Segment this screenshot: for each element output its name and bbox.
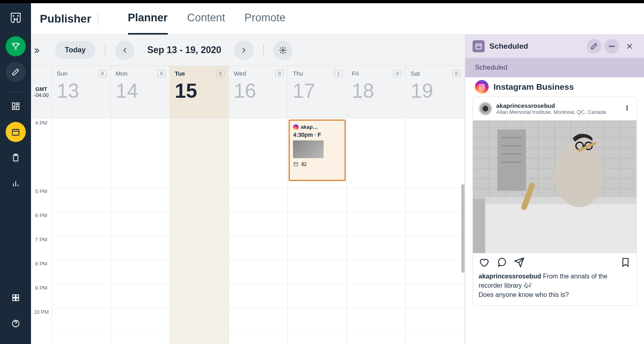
day-column[interactable]: Sun 0 13: [52, 66, 111, 344]
day-column[interactable]: Tue 0 15: [170, 66, 229, 344]
svg-rect-12: [16, 298, 18, 301]
svg-rect-6: [12, 130, 19, 136]
today-button[interactable]: Today: [55, 41, 95, 59]
day-column[interactable]: Fri 0 18: [347, 66, 406, 344]
share-icon[interactable]: [514, 257, 524, 268]
hour-cell[interactable]: [52, 118, 111, 188]
hour-cell[interactable]: [111, 285, 170, 309]
nav-clipboard-button[interactable]: [6, 148, 26, 168]
hour-cell[interactable]: [111, 261, 170, 285]
more-options-button[interactable]: [605, 39, 619, 54]
hour-cell[interactable]: [347, 309, 406, 333]
day-body[interactable]: [347, 118, 406, 344]
svg-point-23: [613, 46, 615, 47]
hour-cell[interactable]: [347, 212, 406, 237]
hour-cell[interactable]: [288, 212, 347, 237]
day-column[interactable]: Thu 1 17 akap… 4:30pm · F: [288, 66, 347, 344]
nav-help-button[interactable]: [6, 313, 26, 334]
hour-cell[interactable]: [111, 237, 170, 261]
day-number: 14: [116, 79, 165, 103]
hour-cell[interactable]: [406, 118, 464, 188]
next-week-button[interactable]: [234, 41, 254, 60]
hour-cell[interactable]: [111, 309, 170, 333]
hour-cell[interactable]: [347, 261, 406, 285]
edit-post-button[interactable]: [587, 39, 601, 54]
hour-cell[interactable]: [170, 261, 229, 285]
nav-trophy-button[interactable]: [6, 36, 26, 56]
nav-streams-button[interactable]: [6, 96, 26, 116]
hour-cell[interactable]: [170, 212, 229, 237]
prev-week-button[interactable]: [115, 41, 134, 60]
hour-cell[interactable]: [52, 309, 111, 333]
hour-cell[interactable]: [52, 261, 111, 285]
hour-cell[interactable]: [52, 188, 111, 212]
post-more-button[interactable]: [623, 104, 631, 113]
day-body[interactable]: [170, 118, 229, 344]
calendar-scrollbar[interactable]: [461, 184, 464, 273]
hour-cell[interactable]: [406, 285, 464, 309]
nav-apps-button[interactable]: [6, 288, 26, 308]
tab-content[interactable]: Content: [187, 3, 225, 35]
day-column[interactable]: Wed 0 16: [229, 66, 288, 344]
hour-cell[interactable]: [229, 212, 288, 237]
day-body[interactable]: [52, 118, 111, 344]
calendar-icon: [473, 40, 485, 52]
tab-promote[interactable]: Promote: [244, 3, 285, 35]
hour-cell[interactable]: [170, 118, 229, 188]
hour-cell[interactable]: [406, 188, 464, 212]
expand-sidebar-button[interactable]: [30, 45, 42, 57]
scheduled-event-card[interactable]: akap… 4:30pm · F: [289, 119, 346, 181]
hour-cell[interactable]: [347, 188, 406, 212]
hour-cell[interactable]: [229, 309, 288, 333]
hour-cell[interactable]: [111, 118, 170, 188]
day-number: 18: [352, 79, 401, 103]
hour-cell[interactable]: [52, 237, 111, 261]
page-title: Publisher: [40, 12, 91, 25]
nav-planner-button[interactable]: [6, 122, 26, 142]
post-detail-panel: Scheduled Scheduled Inst: [465, 35, 644, 344]
event-time: 4:30pm · F: [293, 132, 341, 138]
hour-cell[interactable]: [170, 285, 229, 309]
nav-analytics-button[interactable]: [6, 173, 26, 194]
hour-cell[interactable]: [288, 285, 347, 309]
hour-cell[interactable]: [52, 212, 111, 237]
hour-cell[interactable]: [170, 237, 229, 261]
like-icon[interactable]: [479, 257, 489, 268]
day-body[interactable]: [229, 118, 288, 344]
hour-cell[interactable]: [406, 212, 464, 237]
day-body[interactable]: [111, 118, 170, 344]
hour-cell[interactable]: [170, 188, 229, 212]
hour-cell[interactable]: [347, 237, 406, 261]
hour-cell[interactable]: [111, 188, 170, 212]
hour-cell[interactable]: [347, 118, 406, 188]
hour-cell[interactable]: [229, 261, 288, 285]
bookmark-icon[interactable]: [620, 257, 631, 268]
hour-cell[interactable]: [229, 118, 288, 188]
calendar-settings-button[interactable]: [273, 41, 293, 60]
header: Publisher Planner Content Promote: [31, 3, 644, 35]
hour-cell[interactable]: [347, 285, 406, 309]
hour-cell[interactable]: [229, 285, 288, 309]
hour-cell[interactable]: [288, 237, 347, 261]
day-body[interactable]: [406, 118, 464, 344]
nav-compose-button[interactable]: [6, 62, 26, 82]
hour-cell[interactable]: [52, 285, 111, 309]
hour-cell[interactable]: [406, 309, 464, 333]
hour-cell[interactable]: [288, 188, 347, 212]
hour-cell[interactable]: [406, 237, 464, 261]
hour-cell[interactable]: [229, 237, 288, 261]
day-body[interactable]: akap… 4:30pm · F: [288, 118, 347, 344]
hour-cell[interactable]: [111, 212, 170, 237]
calendar-grid: GMT -04:00 4 PM 5 PM 6 PM 7 PM 8 PM 9 PM…: [31, 66, 465, 344]
tab-planner[interactable]: Planner: [128, 3, 168, 35]
hour-cell[interactable]: [406, 261, 464, 285]
close-panel-button[interactable]: [622, 39, 637, 54]
day-column[interactable]: Sat 0 19: [406, 66, 465, 344]
hour-cell[interactable]: [288, 261, 347, 285]
day-column[interactable]: Mon 0 14: [111, 66, 170, 344]
hour-cell[interactable]: [229, 188, 288, 212]
comment-icon[interactable]: [496, 257, 507, 268]
hour-cell[interactable]: [288, 309, 347, 333]
hour-cell[interactable]: [170, 309, 229, 333]
day-count-badge: 1: [334, 70, 343, 77]
